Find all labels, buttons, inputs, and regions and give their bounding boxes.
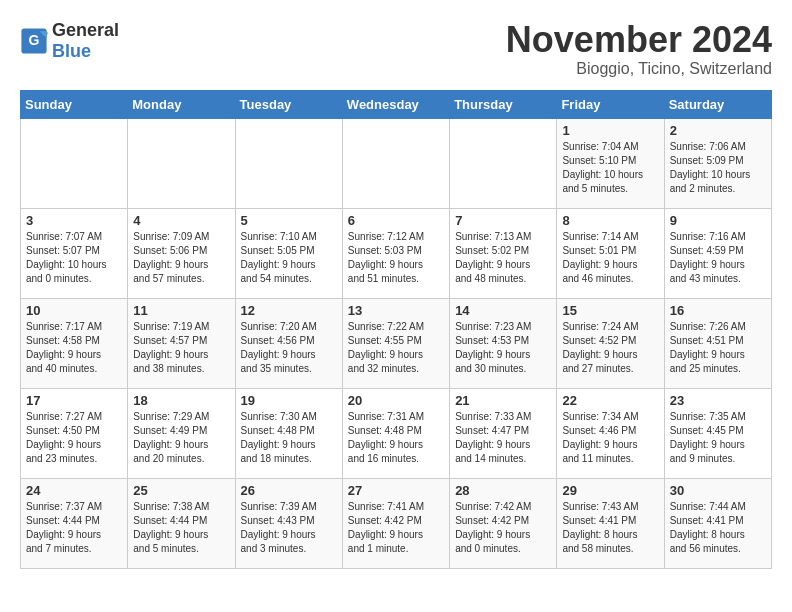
day-info: Sunrise: 7:20 AM Sunset: 4:56 PM Dayligh… [241, 320, 337, 376]
svg-text:G: G [29, 32, 40, 48]
calendar-cell: 11Sunrise: 7:19 AM Sunset: 4:57 PM Dayli… [128, 298, 235, 388]
day-info: Sunrise: 7:44 AM Sunset: 4:41 PM Dayligh… [670, 500, 766, 556]
day-number: 26 [241, 483, 337, 498]
calendar-cell [235, 118, 342, 208]
day-number: 24 [26, 483, 122, 498]
calendar-cell: 29Sunrise: 7:43 AM Sunset: 4:41 PM Dayli… [557, 478, 664, 568]
calendar-cell: 19Sunrise: 7:30 AM Sunset: 4:48 PM Dayli… [235, 388, 342, 478]
week-row-2: 3Sunrise: 7:07 AM Sunset: 5:07 PM Daylig… [21, 208, 772, 298]
day-info: Sunrise: 7:39 AM Sunset: 4:43 PM Dayligh… [241, 500, 337, 556]
weekday-header-row: SundayMondayTuesdayWednesdayThursdayFrid… [21, 90, 772, 118]
day-info: Sunrise: 7:19 AM Sunset: 4:57 PM Dayligh… [133, 320, 229, 376]
calendar-cell: 16Sunrise: 7:26 AM Sunset: 4:51 PM Dayli… [664, 298, 771, 388]
week-row-5: 24Sunrise: 7:37 AM Sunset: 4:44 PM Dayli… [21, 478, 772, 568]
calendar-cell: 21Sunrise: 7:33 AM Sunset: 4:47 PM Dayli… [450, 388, 557, 478]
day-info: Sunrise: 7:42 AM Sunset: 4:42 PM Dayligh… [455, 500, 551, 556]
day-number: 1 [562, 123, 658, 138]
day-info: Sunrise: 7:23 AM Sunset: 4:53 PM Dayligh… [455, 320, 551, 376]
calendar-cell [342, 118, 449, 208]
day-number: 29 [562, 483, 658, 498]
calendar-cell: 6Sunrise: 7:12 AM Sunset: 5:03 PM Daylig… [342, 208, 449, 298]
day-info: Sunrise: 7:07 AM Sunset: 5:07 PM Dayligh… [26, 230, 122, 286]
day-info: Sunrise: 7:17 AM Sunset: 4:58 PM Dayligh… [26, 320, 122, 376]
calendar-cell: 28Sunrise: 7:42 AM Sunset: 4:42 PM Dayli… [450, 478, 557, 568]
calendar-cell: 12Sunrise: 7:20 AM Sunset: 4:56 PM Dayli… [235, 298, 342, 388]
day-info: Sunrise: 7:16 AM Sunset: 4:59 PM Dayligh… [670, 230, 766, 286]
day-number: 16 [670, 303, 766, 318]
day-info: Sunrise: 7:06 AM Sunset: 5:09 PM Dayligh… [670, 140, 766, 196]
calendar-cell: 9Sunrise: 7:16 AM Sunset: 4:59 PM Daylig… [664, 208, 771, 298]
calendar-cell: 13Sunrise: 7:22 AM Sunset: 4:55 PM Dayli… [342, 298, 449, 388]
calendar-cell: 23Sunrise: 7:35 AM Sunset: 4:45 PM Dayli… [664, 388, 771, 478]
calendar-cell [21, 118, 128, 208]
header: G General Blue November 2024 Bioggio, Ti… [20, 20, 772, 78]
header-sunday: Sunday [21, 90, 128, 118]
day-number: 27 [348, 483, 444, 498]
calendar-cell: 10Sunrise: 7:17 AM Sunset: 4:58 PM Dayli… [21, 298, 128, 388]
day-info: Sunrise: 7:30 AM Sunset: 4:48 PM Dayligh… [241, 410, 337, 466]
day-number: 12 [241, 303, 337, 318]
day-number: 10 [26, 303, 122, 318]
header-saturday: Saturday [664, 90, 771, 118]
day-info: Sunrise: 7:24 AM Sunset: 4:52 PM Dayligh… [562, 320, 658, 376]
logo-general: General [52, 20, 119, 40]
day-info: Sunrise: 7:33 AM Sunset: 4:47 PM Dayligh… [455, 410, 551, 466]
header-monday: Monday [128, 90, 235, 118]
calendar-cell: 22Sunrise: 7:34 AM Sunset: 4:46 PM Dayli… [557, 388, 664, 478]
day-number: 2 [670, 123, 766, 138]
location-title: Bioggio, Ticino, Switzerland [506, 60, 772, 78]
day-info: Sunrise: 7:41 AM Sunset: 4:42 PM Dayligh… [348, 500, 444, 556]
calendar-cell: 2Sunrise: 7:06 AM Sunset: 5:09 PM Daylig… [664, 118, 771, 208]
calendar-cell: 18Sunrise: 7:29 AM Sunset: 4:49 PM Dayli… [128, 388, 235, 478]
day-number: 18 [133, 393, 229, 408]
calendar-cell: 24Sunrise: 7:37 AM Sunset: 4:44 PM Dayli… [21, 478, 128, 568]
header-thursday: Thursday [450, 90, 557, 118]
day-number: 22 [562, 393, 658, 408]
day-info: Sunrise: 7:27 AM Sunset: 4:50 PM Dayligh… [26, 410, 122, 466]
day-number: 17 [26, 393, 122, 408]
header-wednesday: Wednesday [342, 90, 449, 118]
day-info: Sunrise: 7:34 AM Sunset: 4:46 PM Dayligh… [562, 410, 658, 466]
calendar-cell: 26Sunrise: 7:39 AM Sunset: 4:43 PM Dayli… [235, 478, 342, 568]
calendar-cell: 25Sunrise: 7:38 AM Sunset: 4:44 PM Dayli… [128, 478, 235, 568]
day-number: 25 [133, 483, 229, 498]
calendar-cell: 4Sunrise: 7:09 AM Sunset: 5:06 PM Daylig… [128, 208, 235, 298]
calendar-cell: 7Sunrise: 7:13 AM Sunset: 5:02 PM Daylig… [450, 208, 557, 298]
calendar-cell [128, 118, 235, 208]
logo: G General Blue [20, 20, 119, 62]
day-number: 9 [670, 213, 766, 228]
day-number: 15 [562, 303, 658, 318]
day-number: 7 [455, 213, 551, 228]
day-number: 3 [26, 213, 122, 228]
day-info: Sunrise: 7:22 AM Sunset: 4:55 PM Dayligh… [348, 320, 444, 376]
day-number: 11 [133, 303, 229, 318]
day-info: Sunrise: 7:09 AM Sunset: 5:06 PM Dayligh… [133, 230, 229, 286]
day-number: 21 [455, 393, 551, 408]
title-area: November 2024 Bioggio, Ticino, Switzerla… [506, 20, 772, 78]
day-info: Sunrise: 7:10 AM Sunset: 5:05 PM Dayligh… [241, 230, 337, 286]
day-info: Sunrise: 7:37 AM Sunset: 4:44 PM Dayligh… [26, 500, 122, 556]
month-title: November 2024 [506, 20, 772, 60]
day-number: 8 [562, 213, 658, 228]
day-number: 23 [670, 393, 766, 408]
calendar-cell: 8Sunrise: 7:14 AM Sunset: 5:01 PM Daylig… [557, 208, 664, 298]
calendar-cell: 20Sunrise: 7:31 AM Sunset: 4:48 PM Dayli… [342, 388, 449, 478]
calendar-cell: 5Sunrise: 7:10 AM Sunset: 5:05 PM Daylig… [235, 208, 342, 298]
calendar-cell: 27Sunrise: 7:41 AM Sunset: 4:42 PM Dayli… [342, 478, 449, 568]
day-info: Sunrise: 7:13 AM Sunset: 5:02 PM Dayligh… [455, 230, 551, 286]
day-info: Sunrise: 7:12 AM Sunset: 5:03 PM Dayligh… [348, 230, 444, 286]
header-tuesday: Tuesday [235, 90, 342, 118]
day-info: Sunrise: 7:35 AM Sunset: 4:45 PM Dayligh… [670, 410, 766, 466]
day-info: Sunrise: 7:31 AM Sunset: 4:48 PM Dayligh… [348, 410, 444, 466]
day-number: 6 [348, 213, 444, 228]
logo-icon: G [20, 27, 48, 55]
day-info: Sunrise: 7:04 AM Sunset: 5:10 PM Dayligh… [562, 140, 658, 196]
calendar-cell [450, 118, 557, 208]
day-number: 5 [241, 213, 337, 228]
calendar-table: SundayMondayTuesdayWednesdayThursdayFrid… [20, 90, 772, 569]
day-number: 13 [348, 303, 444, 318]
calendar-cell: 15Sunrise: 7:24 AM Sunset: 4:52 PM Dayli… [557, 298, 664, 388]
day-number: 28 [455, 483, 551, 498]
day-info: Sunrise: 7:43 AM Sunset: 4:41 PM Dayligh… [562, 500, 658, 556]
day-number: 4 [133, 213, 229, 228]
